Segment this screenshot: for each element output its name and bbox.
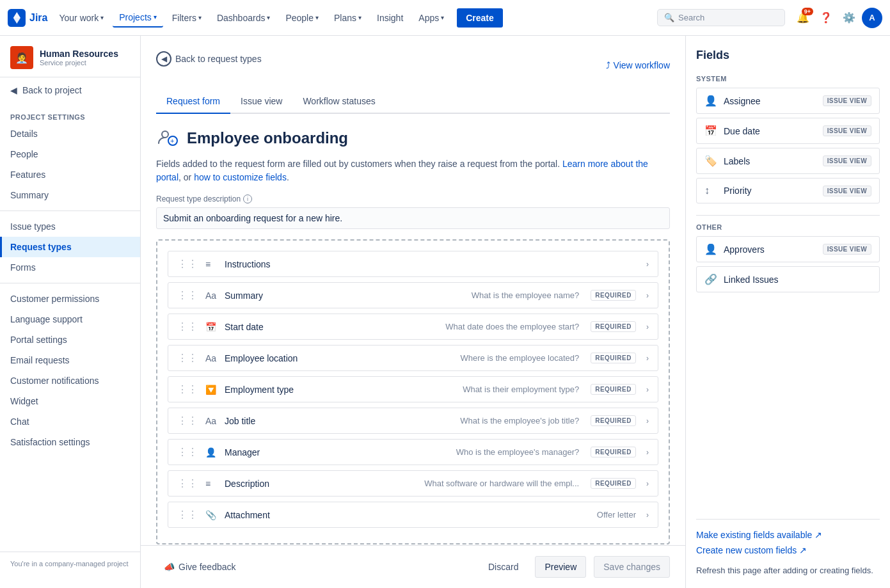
discard-button[interactable]: Discard [479, 557, 527, 577]
project-info: Human Resources Service project [40, 49, 118, 67]
req-desc-label: Request type description i [156, 195, 670, 203]
nav-icon-group: 🔔 9+ ❓ ⚙️ A [793, 8, 882, 28]
employee-onboarding-icon: + [156, 127, 179, 150]
notifications-button[interactable]: 🔔 9+ [793, 8, 813, 28]
sidebar-item-customer-permissions[interactable]: Customer permissions [0, 289, 140, 309]
save-changes-button[interactable]: Save changes [594, 556, 670, 578]
sidebar-item-details[interactable]: Details [0, 123, 140, 144]
create-custom-fields-link[interactable]: Create new custom fields ↗ [696, 545, 880, 555]
sidebar-item-language-support[interactable]: Language support [0, 309, 140, 330]
sidebar-item-chat[interactable]: Chat [0, 411, 140, 432]
panel-field-assignee[interactable]: 👤 Assignee ISSUE VIEW [696, 88, 880, 114]
required-badge: REQUIRED [591, 384, 636, 395]
text-lines-icon: ≡ [205, 479, 218, 489]
field-row-attachment[interactable]: ⋮⋮ 📎 Attachment Offer letter › [168, 502, 658, 528]
help-button[interactable]: ❓ [816, 8, 836, 28]
required-badge: REQUIRED [591, 478, 636, 489]
feedback-label: Give feedback [179, 562, 236, 572]
required-badge: REQUIRED [591, 415, 636, 426]
settings-button[interactable]: ⚙️ [839, 8, 859, 28]
field-name-summary: Summary [225, 290, 340, 301]
nav-apps[interactable]: Apps ▾ [412, 9, 450, 27]
form-fields-container: ⋮⋮ ≡ Instructions › ⋮⋮ Aa Summary What i… [156, 239, 670, 544]
field-name-employment-type: Employment type [225, 385, 340, 395]
chevron-down-icon: ▾ [358, 14, 362, 21]
person-icon: 👤 [205, 447, 218, 457]
sidebar-section-title: Project settings [0, 103, 140, 123]
nav-plans[interactable]: Plans ▾ [328, 9, 368, 27]
sidebar-item-summary[interactable]: Summary [0, 185, 140, 205]
chevron-right-icon: › [646, 354, 649, 363]
main-layout: 🧑‍💼 Human Resources Service project ◀ Ba… [0, 36, 890, 588]
sidebar-item-widget[interactable]: Widget [0, 391, 140, 411]
field-hint-manager: Who is the employee's manager? [347, 447, 579, 457]
sidebar-item-customer-notifications[interactable]: Customer notifications [0, 370, 140, 391]
page-header-row: ◀ Back to request types ⤴ View workflow [156, 51, 670, 79]
priority-icon: ↕ [704, 185, 717, 196]
sidebar-item-portal-settings[interactable]: Portal settings [0, 330, 140, 350]
field-row-job-title[interactable]: ⋮⋮ Aa Job title What is the employee's j… [168, 408, 658, 434]
nav-people[interactable]: People ▾ [279, 9, 325, 27]
sidebar-item-forms[interactable]: Forms [0, 257, 140, 278]
field-row-manager[interactable]: ⋮⋮ 👤 Manager Who is the employee's manag… [168, 439, 658, 465]
avatar[interactable]: A [862, 8, 882, 28]
field-row-instructions[interactable]: ⋮⋮ ≡ Instructions › [168, 251, 658, 277]
chevron-down-icon: ▾ [267, 14, 270, 21]
field-name-attachment: Attachment [225, 510, 360, 520]
nav-projects[interactable]: Projects ▾ [113, 8, 163, 28]
view-workflow-button[interactable]: ⤴ View workflow [606, 60, 670, 70]
nav-insight[interactable]: Insight [370, 9, 409, 27]
chevron-right-icon: › [646, 260, 649, 269]
chevron-right-icon: › [646, 479, 649, 488]
chevron-down-icon: ▾ [441, 14, 444, 21]
approvers-icon: 👤 [704, 243, 717, 255]
svg-text:+: + [170, 137, 174, 145]
field-row-employment-type[interactable]: ⋮⋮ 🔽 Employment type What is their emplo… [168, 376, 658, 402]
field-hint-employee-location: Where is the employee located? [347, 353, 579, 363]
field-label-assignee: Assignee [724, 96, 816, 106]
field-label-approvers: Approvers [724, 244, 816, 255]
sidebar-item-issue-types[interactable]: Issue types [0, 216, 140, 237]
panel-field-linked-issues[interactable]: 🔗 Linked Issues [696, 266, 880, 292]
field-row-description[interactable]: ⋮⋮ ≡ Description What software or hardwa… [168, 470, 658, 497]
feedback-icon: 📣 [164, 562, 175, 572]
info-icon: i [243, 195, 252, 203]
sidebar-item-people[interactable]: People [0, 144, 140, 164]
required-badge: REQUIRED [591, 353, 636, 363]
nav-your-work[interactable]: Your work ▾ [52, 9, 110, 27]
make-fields-available-link[interactable]: Make existing fields available ↗ [696, 530, 880, 540]
field-row-start-date[interactable]: ⋮⋮ 📅 Start date What date does the emplo… [168, 314, 658, 340]
sidebar-item-satisfaction-settings[interactable]: Satisfaction settings [0, 432, 140, 452]
sidebar-item-email-requests[interactable]: Email requests [0, 350, 140, 370]
sidebar-item-features[interactable]: Features [0, 164, 140, 185]
panel-field-labels[interactable]: 🏷️ Labels ISSUE VIEW [696, 148, 880, 174]
field-name-employee-location: Employee location [225, 353, 340, 363]
field-row-employee-location[interactable]: ⋮⋮ Aa Employee location Where is the emp… [168, 345, 658, 371]
field-name-instructions: Instructions [225, 259, 636, 269]
sidebar-item-request-types[interactable]: Request types [0, 237, 140, 257]
panel-field-due-date[interactable]: 📅 Due date ISSUE VIEW [696, 118, 880, 144]
nav-filters[interactable]: Filters ▾ [166, 9, 208, 27]
page-title-row: + Employee onboarding [156, 127, 670, 150]
tab-issue-view[interactable]: Issue view [230, 90, 292, 114]
back-to-project[interactable]: ◀ Back to project [0, 77, 140, 103]
panel-bottom-links: Make existing fields available ↗ Create … [696, 519, 880, 575]
back-to-request-types[interactable]: ◀ Back to request types [156, 51, 262, 67]
panel-field-priority[interactable]: ↕ Priority ISSUE VIEW [696, 178, 880, 203]
preview-button[interactable]: Preview [535, 556, 586, 578]
tab-workflow-statuses[interactable]: Workflow statuses [292, 90, 385, 114]
due-date-icon: 📅 [704, 125, 717, 137]
create-button[interactable]: Create [457, 8, 503, 28]
required-badge: REQUIRED [591, 447, 636, 457]
nav-dashboards[interactable]: Dashboards ▾ [211, 9, 277, 27]
request-type-description-input[interactable] [156, 207, 670, 229]
customize-fields-link[interactable]: how to customize fields [194, 172, 287, 182]
give-feedback-button[interactable]: 📣 Give feedback [156, 557, 244, 577]
tab-request-form[interactable]: Request form [156, 90, 230, 114]
field-row-summary[interactable]: ⋮⋮ Aa Summary What is the employee name?… [168, 282, 658, 308]
back-label: Back to project [22, 85, 82, 95]
logo[interactable]: Jira [8, 9, 47, 27]
field-hint-employment-type: What is their employment type? [347, 385, 579, 394]
panel-field-approvers[interactable]: 👤 Approvers ISSUE VIEW [696, 236, 880, 262]
search-box[interactable]: 🔍 Search [657, 9, 785, 26]
